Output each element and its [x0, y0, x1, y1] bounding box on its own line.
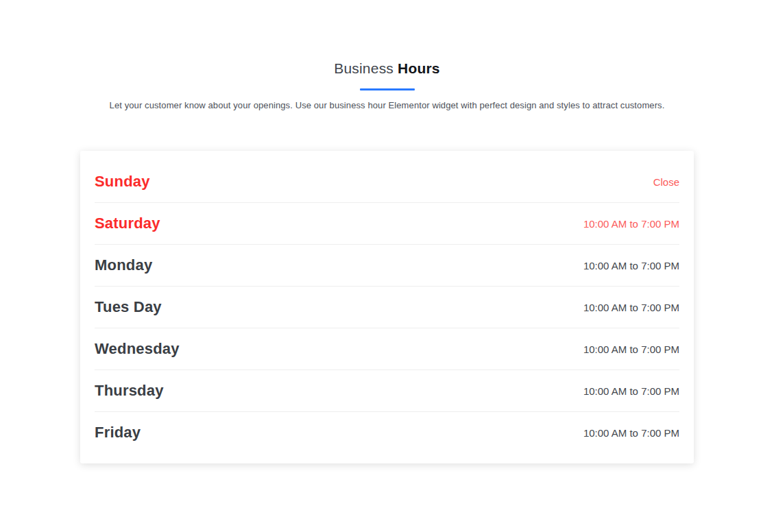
title-underline-accent	[360, 88, 415, 90]
business-hours-row: Friday 10:00 AM to 7:00 PM	[95, 412, 679, 453]
business-hours-row: Saturday 10:00 AM to 7:00 PM	[95, 203, 679, 245]
header: Business Hours Let your customer know ab…	[0, 59, 774, 111]
hours-value: 10:00 AM to 7:00 PM	[583, 302, 679, 313]
day-label: Friday	[95, 424, 141, 442]
business-hours-card: Sunday Close Saturday 10:00 AM to 7:00 P…	[80, 151, 694, 463]
business-hours-rows: Sunday Close Saturday 10:00 AM to 7:00 P…	[95, 161, 679, 453]
hours-value: Close	[653, 176, 679, 188]
business-hours-row: Monday 10:00 AM to 7:00 PM	[95, 245, 679, 287]
business-hours-row: Wednesday 10:00 AM to 7:00 PM	[95, 328, 679, 370]
hours-value: 10:00 AM to 7:00 PM	[583, 218, 679, 230]
business-hours-row: Sunday Close	[95, 161, 679, 203]
page-title-normal: Business	[334, 60, 394, 76]
day-label: Sunday	[95, 173, 150, 191]
hours-value: 10:00 AM to 7:00 PM	[583, 343, 679, 355]
hours-value: 10:00 AM to 7:00 PM	[583, 427, 679, 439]
business-hours-row: Thursday 10:00 AM to 7:00 PM	[95, 370, 679, 412]
day-label: Thursday	[95, 382, 164, 400]
day-label: Monday	[95, 256, 152, 274]
hours-value: 10:00 AM to 7:00 PM	[583, 260, 679, 271]
day-label: Saturday	[95, 215, 160, 232]
page-subtitle: Let your customer know about your openin…	[0, 100, 774, 111]
page-title-bold: Hours	[398, 60, 440, 76]
hours-value: 10:00 AM to 7:00 PM	[583, 385, 679, 397]
business-hours-row: Tues Day 10:00 AM to 7:00 PM	[95, 287, 679, 328]
page-title: Business Hours	[0, 59, 774, 77]
day-label: Tues Day	[95, 298, 162, 316]
day-label: Wednesday	[95, 340, 180, 358]
